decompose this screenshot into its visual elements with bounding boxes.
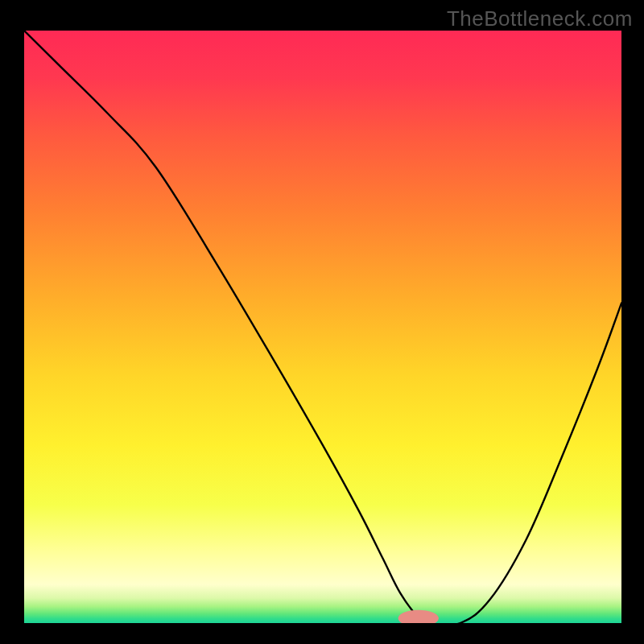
plot-svg [24, 31, 621, 623]
chart-container: TheBottleneck.com [0, 0, 644, 644]
plot-area [24, 31, 621, 623]
watermark-text: TheBottleneck.com [447, 6, 633, 31]
